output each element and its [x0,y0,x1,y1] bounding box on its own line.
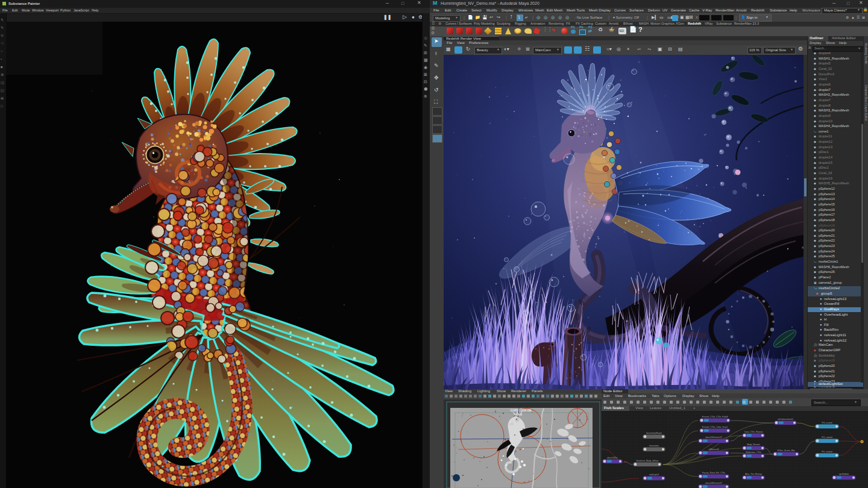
svg-text:Coat_CTile_Repeat: Coat_CTile_Repeat [744,431,763,433]
svg-text:Reflection_CTile: Reflection_CTile [746,451,761,454]
svg-text:place2dTexture12: place2dTexture12 [705,436,722,439]
svg-text:Fresnel_CTile_CTile_Falloff: Fresnel_CTile_CTile_Falloff [702,416,728,418]
svg-text:baronomyShape: baronomyShape [646,432,662,434]
svg-text:FG_related: FG_related [822,451,832,453]
svg-text:FG_scaled: FG_scaled [822,422,832,424]
svg-text:rsMaterial4: rsMaterial4 [708,448,719,451]
svg-text:rsphLight2: rsphLight2 [649,474,659,476]
svg-text:rsDisplacement1: rsDisplacement1 [778,418,793,421]
svg-text:SOles_Scene_Mat: SOles_Scene_Mat [777,449,794,452]
svg-text:Facing_Ratio_Ref_CTile: Facing_Ratio_Ref_CTile [702,472,725,474]
svg-text:CAPS LOCK ON: CAPS LOCK ON [511,409,532,412]
svg-text:Seahorse_Body_diffuse: Seahorse_Body_diffuse [636,460,658,462]
svg-text:Fresnel_CTile_Color_Invert: Fresnel_CTile_Color_Invert [702,426,728,428]
svg-text:FG_coated: FG_coated [822,436,832,439]
svg-text:place2dTexture11: place2dTexture11 [705,482,722,484]
svg-text:Anis_Tint_Remap: Anis_Tint_Remap [745,473,762,475]
svg-text:Body_Normal: Body_Normal [747,443,760,446]
svg-text:sgrGlobals: sgrGlobals [839,473,849,475]
svg-text:place2dTex: place2dTex [607,457,618,459]
svg-text:baronomy: baronomy [649,445,659,447]
